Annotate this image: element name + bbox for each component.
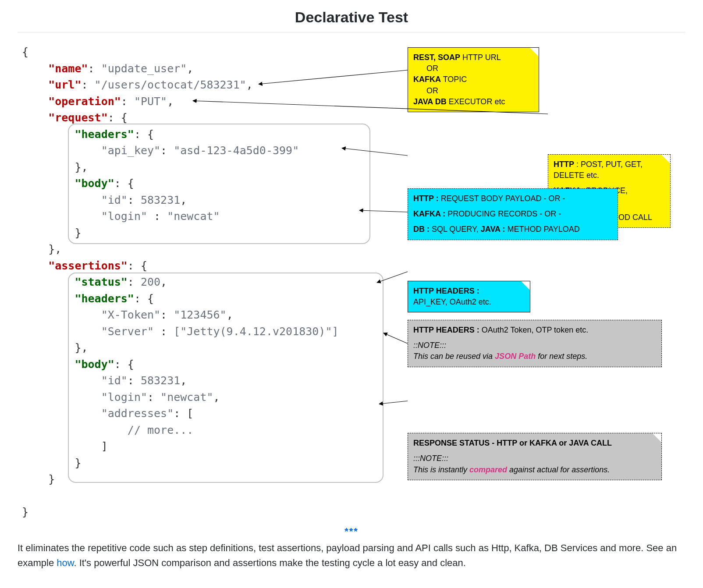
svg-line-6 (379, 401, 408, 404)
svg-line-3 (359, 210, 408, 212)
annotation-response-headers: HTTP HEADERS : OAuth2 Token, OTP token e… (408, 320, 662, 367)
description-paragraph: It eliminates the repetitive code such a… (18, 541, 685, 570)
svg-line-2 (342, 148, 408, 156)
annotation-response-status: RESPONSE STATUS - HTTP or KAFKA or JAVA … (408, 433, 662, 480)
annotation-request-body: HTTP : REQUEST BODY PAYLOAD - OR - KAFKA… (408, 188, 618, 240)
annotation-url: REST, SOAP HTTP URL OR KAFKA TOPIC OR JA… (408, 47, 539, 112)
annotation-request-headers: HTTP HEADERS : API_KEY, OAuth2 etc. (408, 281, 530, 312)
declarative-test-diagram: { "name": "update_user", "url": "/users/… (18, 39, 685, 526)
separator-stars: *** (18, 526, 685, 537)
svg-line-4 (377, 272, 408, 283)
svg-line-5 (383, 333, 408, 344)
page-title: Declarative Test (18, 9, 685, 32)
how-link[interactable]: how (57, 557, 74, 568)
json-code-block: { "name": "update_user", "url": "/users/… (22, 44, 339, 521)
